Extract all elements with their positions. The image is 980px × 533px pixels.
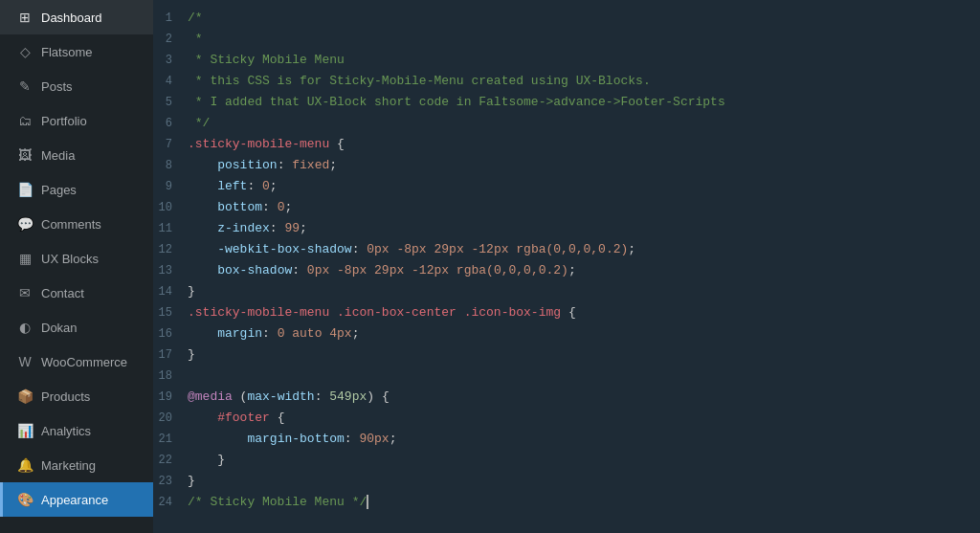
code-line: 17} <box>153 344 980 366</box>
code-line: 4 * this CSS is for Sticky-Mobile-Menu c… <box>153 71 980 92</box>
sidebar-item-pages[interactable]: 📄Pages <box>0 172 153 207</box>
comments-icon: 💬 <box>16 215 33 233</box>
line-content: } <box>188 281 965 302</box>
code-line: 5 * I added that UX-Block short code in … <box>153 92 980 113</box>
sidebar-label-pages: Pages <box>41 183 77 197</box>
sidebar-label-ux-blocks: UX Blocks <box>41 252 99 266</box>
sidebar-label-woocommerce: WooCommerce <box>41 355 127 369</box>
sidebar-item-ux-blocks[interactable]: ▦UX Blocks <box>0 241 153 276</box>
ux-blocks-icon: ▦ <box>16 250 33 267</box>
code-line: 22 } <box>153 450 980 471</box>
sidebar-item-media[interactable]: 🖼Media <box>0 138 153 172</box>
line-content: * Sticky Mobile Menu <box>188 50 965 71</box>
line-number: 20 <box>153 408 188 429</box>
sidebar-item-comments[interactable]: 💬Comments <box>0 207 153 241</box>
code-editor-area: 1/*2 *3 * Sticky Mobile Menu4 * this CSS… <box>153 0 980 533</box>
line-number: 18 <box>153 366 188 387</box>
line-content: z-index: 99; <box>188 218 965 239</box>
sidebar-item-portfolio[interactable]: 🗂Portfolio <box>0 103 153 138</box>
line-number: 24 <box>153 492 188 513</box>
sidebar: ⊞Dashboard◇Flatsome✎Posts🗂Portfolio🖼Medi… <box>0 0 153 533</box>
line-number: 4 <box>153 71 188 92</box>
line-content: * I added that UX-Block short code in Fa… <box>188 92 965 113</box>
sidebar-item-dashboard[interactable]: ⊞Dashboard <box>0 0 153 34</box>
sidebar-label-portfolio: Portfolio <box>41 114 87 128</box>
sidebar-label-contact: Contact <box>41 286 84 300</box>
line-content: margin-bottom: 90px; <box>188 429 965 450</box>
line-content: * this CSS is for Sticky-Mobile-Menu cre… <box>188 71 965 92</box>
sidebar-item-products[interactable]: 📦Products <box>0 379 153 413</box>
code-line: 9 left: 0; <box>153 176 980 197</box>
line-number: 7 <box>153 134 188 155</box>
line-number: 13 <box>153 260 188 281</box>
code-line: 1/* <box>153 8 980 29</box>
line-number: 23 <box>153 471 188 492</box>
line-content: /* Sticky Mobile Menu */ <box>188 492 965 513</box>
code-line: 6 */ <box>153 113 980 134</box>
posts-icon: ✎ <box>16 78 33 95</box>
line-number: 17 <box>153 344 188 366</box>
line-content: .sticky-mobile-menu { <box>188 134 965 155</box>
line-content: position: fixed; <box>188 155 965 176</box>
code-line: 14} <box>153 281 980 302</box>
line-content: box-shadow: 0px -8px 29px -12px rgba(0,0… <box>188 260 965 281</box>
sidebar-item-marketing[interactable]: 🔔Marketing <box>0 448 153 482</box>
sidebar-item-dokan[interactable]: ◐Dokan <box>0 310 153 344</box>
line-number: 3 <box>153 50 188 71</box>
sidebar-label-marketing: Marketing <box>41 458 96 473</box>
line-content: */ <box>188 113 965 134</box>
dashboard-icon: ⊞ <box>16 9 33 26</box>
line-content: @media (max-width: 549px) { <box>188 387 965 408</box>
sidebar-item-contact[interactable]: ✉Contact <box>0 276 153 310</box>
sidebar-label-posts: Posts <box>41 79 73 94</box>
line-content: /* <box>188 8 965 29</box>
sidebar-label-flatsome: Flatsome <box>41 45 92 59</box>
code-line: 3 * Sticky Mobile Menu <box>153 50 980 71</box>
sidebar-label-comments: Comments <box>41 217 101 232</box>
line-number: 2 <box>153 29 188 50</box>
line-content: } <box>188 471 965 492</box>
code-line: 24/* Sticky Mobile Menu */ <box>153 492 980 513</box>
media-icon: 🖼 <box>16 146 33 164</box>
sidebar-item-appearance[interactable]: 🎨Appearance <box>0 482 153 517</box>
code-line: 20 #footer { <box>153 408 980 429</box>
line-content: } <box>188 450 965 471</box>
line-content: .sticky-mobile-menu .icon-box-center .ic… <box>188 302 965 323</box>
code-line: 7.sticky-mobile-menu { <box>153 134 980 155</box>
line-number: 6 <box>153 113 188 134</box>
code-line: 16 margin: 0 auto 4px; <box>153 323 980 344</box>
sidebar-label-analytics: Analytics <box>41 424 91 438</box>
line-number: 16 <box>153 323 188 344</box>
sidebar-item-flatsome[interactable]: ◇Flatsome <box>0 34 153 69</box>
woocommerce-icon: W <box>16 353 33 370</box>
line-number: 15 <box>153 302 188 323</box>
line-number: 21 <box>153 429 188 450</box>
marketing-icon: 🔔 <box>16 456 33 474</box>
line-content: * <box>188 29 965 50</box>
analytics-icon: 📊 <box>16 422 33 439</box>
sidebar-label-appearance: Appearance <box>41 493 108 507</box>
line-number: 9 <box>153 176 188 197</box>
line-number: 5 <box>153 92 188 113</box>
products-icon: 📦 <box>16 388 33 405</box>
line-content: bottom: 0; <box>188 197 965 218</box>
line-content: margin: 0 auto 4px; <box>188 323 965 344</box>
dokan-icon: ◐ <box>16 319 33 336</box>
line-number: 1 <box>153 8 188 29</box>
line-number: 22 <box>153 450 188 471</box>
code-content: 1/*2 *3 * Sticky Mobile Menu4 * this CSS… <box>153 8 980 513</box>
line-number: 10 <box>153 197 188 218</box>
sidebar-label-dokan: Dokan <box>41 321 78 335</box>
code-line: 2 * <box>153 29 980 50</box>
portfolio-icon: 🗂 <box>16 112 33 129</box>
code-line: 23} <box>153 471 980 492</box>
code-line: 21 margin-bottom: 90px; <box>153 429 980 450</box>
line-content: } <box>188 344 965 366</box>
code-line: 12 -webkit-box-shadow: 0px -8px 29px -12… <box>153 239 980 260</box>
sidebar-item-posts[interactable]: ✎Posts <box>0 69 153 103</box>
appearance-icon: 🎨 <box>16 491 33 508</box>
sidebar-item-analytics[interactable]: 📊Analytics <box>0 413 153 448</box>
sidebar-item-woocommerce[interactable]: WWooCommerce <box>0 344 153 379</box>
line-number: 8 <box>153 155 188 176</box>
code-line: 18 <box>153 366 980 387</box>
